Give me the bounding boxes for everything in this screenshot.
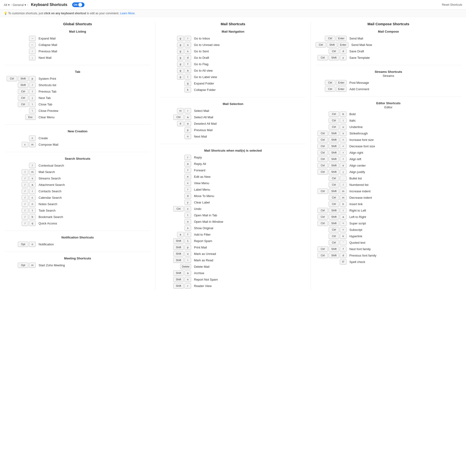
shortcut-row[interactable]: ←Collapse Mail — [5, 42, 151, 47]
shortcut-row[interactable]: ShiftuMark as Unread — [160, 251, 306, 256]
shortcut-row[interactable]: CtrlkHyperlink — [315, 233, 461, 239]
shortcut-row[interactable]: nNext Mail — [160, 134, 306, 139]
shortcut-row[interactable]: /Contextual Search — [5, 163, 151, 168]
shortcut-row[interactable]: CtrlShiftySave Template — [315, 55, 461, 60]
global-shortcuts-column: Global Shortcuts Mail Listing →Expand Ma… — [0, 22, 155, 290]
shortcut-row[interactable]: eEdit as New — [160, 174, 306, 179]
info-text-prefix: To customize shortcuts, just — [8, 12, 44, 15]
shortcut-row[interactable]: Ctrl=Subscript — [315, 227, 461, 232]
shortcut-row[interactable]: pPrevious Mail — [160, 127, 306, 133]
shortcut-row[interactable]: \Close Preview — [5, 108, 151, 113]
shortcut-row[interactable]: cmCompose Mail — [5, 142, 151, 147]
shortcut-row[interactable]: CtrlaSelect All Mail — [160, 115, 306, 120]
shortcut-row[interactable]: CtrlShiftpSystem Print — [5, 76, 151, 81]
shortcut-row[interactable]: /aAttachment Search — [5, 182, 151, 187]
reset-shortcuts-button[interactable]: Reset Shortcuts — [442, 3, 462, 6]
shortcut-row[interactable]: Ctrl.Bullet list — [315, 176, 461, 181]
shortcut-row[interactable]: CtrlmDecrease indent — [315, 195, 461, 200]
shortcut-row[interactable]: CtrlEnterSend Mail — [315, 36, 461, 41]
shortcut-row[interactable]: CtrlShiftxStrikethrough — [315, 131, 461, 136]
shortcut-row[interactable]: ShiftaArchive — [160, 270, 306, 276]
shortcut-row[interactable]: Shift1Report Spam — [160, 238, 306, 244]
shortcut-row[interactable]: →Expand Mail — [5, 36, 151, 41]
shortcut-row[interactable]: /bBookmark Search — [5, 214, 151, 220]
shortcut-row[interactable]: Ctrl/Numbered list — [315, 182, 461, 187]
shortcut-row[interactable]: gaGo to All view — [160, 68, 306, 73]
key-badge: . — [340, 176, 347, 181]
shortcut-row[interactable]: /sStreams Search — [5, 176, 151, 181]
shortcut-row[interactable]: ShiftiMark as Read — [160, 257, 306, 263]
shortcut-action: Task Search — [39, 209, 56, 212]
shortcut-row[interactable]: gdGo to Draft — [160, 55, 306, 60]
shortcut-row[interactable]: gExpand Folder — [160, 81, 306, 86]
shortcut-row[interactable]: Shift/Shortcuts list — [5, 82, 151, 88]
shortcut-row[interactable]: CtrliItalic — [315, 118, 461, 123]
shortcut-row[interactable]: ↓Next Mail — [5, 55, 151, 60]
shortcut-action: Create — [39, 136, 48, 140]
shortcut-row[interactable]: gsGo to Sent — [160, 48, 306, 54]
shortcut-row[interactable]: OptnNotification — [5, 242, 151, 247]
shortcut-row[interactable]: kCollapse Folder — [160, 87, 306, 92]
shortcut-row[interactable]: /iContacts Search — [5, 188, 151, 194]
shortcut-row[interactable]: vView Menu — [160, 180, 306, 186]
shortcut-row[interactable]: oOpen Mail in Window — [160, 219, 306, 224]
shortcut-row[interactable]: CtrldSave Draft — [315, 48, 461, 54]
shortcut-row[interactable]: CtrlShiftdPrevious font family — [315, 253, 461, 258]
shortcut-row[interactable]: aReply All — [160, 161, 306, 166]
shortcut-row[interactable]: guGo to Unread view — [160, 42, 306, 47]
shortcut-row[interactable]: yClear Label — [160, 200, 306, 205]
shortcut-row[interactable]: /mMail Search — [5, 169, 151, 174]
shortcut-row[interactable]: CtrlShiftjAlign justify — [315, 169, 461, 174]
shortcut-row[interactable]: rReply — [160, 155, 306, 160]
shortcut-row[interactable]: glGo to Label view — [160, 74, 306, 80]
shortcut-row[interactable]: sShow Original — [160, 225, 306, 231]
shortcut-row[interactable]: CtrlShiftfNext font family — [315, 246, 461, 252]
shortcut-row[interactable]: dMove To Menu — [160, 193, 306, 198]
info-learn-more-link[interactable]: Learn More. — [120, 12, 135, 15]
shortcut-row[interactable]: /qQuick Access — [5, 221, 151, 226]
shortcut-row[interactable]: fForward — [160, 168, 306, 173]
nav-general[interactable]: General — [13, 3, 23, 7]
shortcut-row[interactable]: gfGo to Flag — [160, 61, 306, 67]
shortcut-row[interactable]: CtrlShift<Decrease font size — [315, 143, 461, 149]
shortcut-row[interactable]: CtrlShiftiRight to Left — [315, 208, 461, 213]
shortcut-row[interactable]: CtrlbBold — [315, 111, 461, 117]
shortcut-row[interactable]: /nNotes Search — [5, 201, 151, 207]
shortcut-row[interactable]: lLabel Menu — [160, 187, 306, 192]
shortcut-row[interactable]: EscClear Menu — [5, 115, 151, 120]
keyboard-shortcuts-toggle[interactable]: ON — [72, 2, 84, 7]
shortcut-row[interactable]: CtrlShiftaLeft to Right — [315, 214, 461, 220]
shortcut-row[interactable]: ShiftrReader View — [160, 283, 306, 289]
shortcut-row[interactable]: ShiftnReport Not Spam — [160, 277, 306, 282]
shortcut-row[interactable]: CtrlkInsert link — [315, 201, 461, 207]
shortcut-row[interactable]: CtrlShift=Super script — [315, 221, 461, 226]
shortcut-row[interactable]: CtrluUnderline — [315, 124, 461, 129]
shortcut-row[interactable]: CtrlEnterPost Message — [315, 80, 461, 85]
nav-all[interactable]: All — [4, 3, 7, 7]
shortcut-row[interactable]: Ctrl'Quoted text — [315, 240, 461, 245]
shortcut-row[interactable]: f7Spell check — [315, 259, 461, 264]
shortcut-row[interactable]: Ctrl\Close Tab — [5, 102, 151, 107]
shortcut-row[interactable]: afAdd to Filter — [160, 232, 306, 237]
shortcut-row[interactable]: CtrllPrevious Tab — [5, 89, 151, 94]
shortcut-row[interactable]: cCreate — [5, 135, 151, 141]
shortcut-row[interactable]: DeleteDelete Mail — [160, 264, 306, 269]
shortcut-row[interactable]: CtrlShiftrAlign right — [315, 150, 461, 155]
shortcut-row[interactable]: ShiftpPrint Mail — [160, 245, 306, 250]
shortcut-row[interactable]: CtrljNext Tab — [5, 95, 151, 100]
shortcut-row[interactable]: CtrlShiftmIncrease indent — [315, 188, 461, 194]
shortcut-row[interactable]: giGo to Inbox — [160, 36, 306, 41]
shortcut-row[interactable]: OptmStart Zoho Meeting — [5, 263, 151, 268]
shortcut-row[interactable]: CtrlShifteAlign center — [315, 163, 461, 168]
shortcut-row[interactable]: ↑Previous Mail — [5, 48, 151, 54]
shortcut-row[interactable]: CtrlzUndo — [160, 206, 306, 211]
shortcut-row[interactable]: tOpen Mail in Tab — [160, 212, 306, 218]
shortcut-row[interactable]: CtrlShiftlAlign left — [315, 156, 461, 162]
shortcut-row[interactable]: CtrlShift>Increase font size — [315, 137, 461, 142]
shortcut-row[interactable]: /cCalendar Search — [5, 195, 151, 200]
shortcut-row[interactable]: miSelect Mail — [160, 108, 306, 113]
shortcut-row[interactable]: daDeselect All Mail — [160, 121, 306, 126]
shortcut-row[interactable]: CtrlEnterAdd Comment — [315, 86, 461, 92]
shortcut-row[interactable]: CtrlShiftEnterSend Mail Now — [315, 42, 461, 47]
shortcut-row[interactable]: /tTask Search — [5, 208, 151, 213]
